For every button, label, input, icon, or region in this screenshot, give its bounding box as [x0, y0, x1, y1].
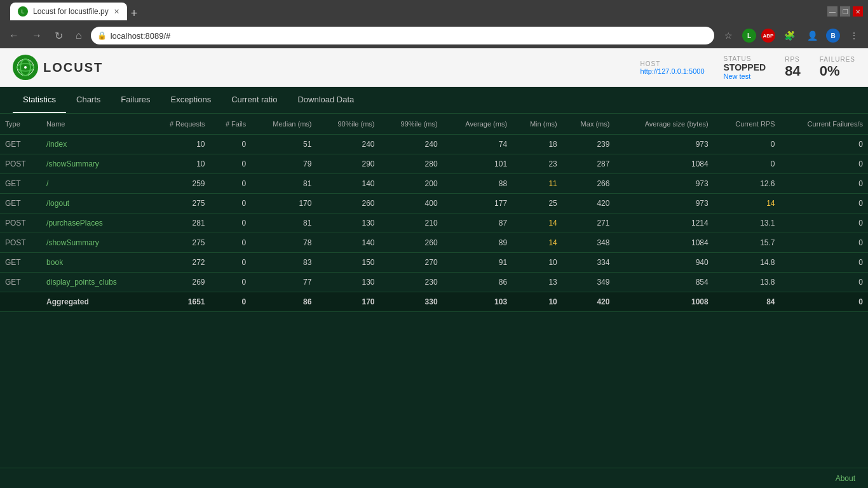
cell-p90: 130 [316, 214, 379, 233]
cell-max: 239 [562, 135, 615, 154]
cell-fails: 0 [210, 233, 252, 253]
table-row: POST /purchasePlaces 281 0 81 130 210 87… [0, 214, 868, 233]
logo-area: LOCUST [13, 55, 103, 80]
tab-statistics[interactable]: Statistics [13, 87, 66, 113]
cell-p90: 150 [316, 253, 379, 273]
cell-median: 79 [251, 154, 316, 174]
extensions-button[interactable]: 🧩 [780, 27, 798, 44]
host-stat: HOST http://127.0.0.1:5000 [641, 60, 705, 75]
cell-fails: 0 [210, 214, 252, 233]
col-rps: Current RPS [714, 114, 780, 135]
cell-p99: 200 [380, 174, 443, 194]
tab-exceptions[interactable]: Exceptions [161, 87, 222, 113]
col-min: Min (ms) [512, 114, 562, 135]
cell-average: 89 [443, 233, 512, 253]
browser-window: L Locust for locustfile.py ✕ + — ❐ ✕ ← →… [0, 0, 868, 48]
cell-rps: 14 [714, 194, 780, 214]
col-max: Max (ms) [562, 114, 615, 135]
statistics-table-container: Type Name # Requests # Fails Median (ms)… [0, 114, 868, 312]
col-p90: 90%ile (ms) [316, 114, 379, 135]
logo-text: LOCUST [43, 60, 103, 75]
menu-button[interactable]: ⋮ [845, 27, 863, 44]
cell-failures-s: 0 [780, 233, 868, 253]
cell-median: 81 [251, 174, 316, 194]
status-label: STATUS [724, 55, 752, 62]
rps-label: RPS [785, 56, 800, 63]
cell-max: 334 [562, 253, 615, 273]
agg-type [0, 292, 41, 312]
table-row: POST /showSummary 275 0 78 140 260 89 14… [0, 233, 868, 253]
browser-toolbar: ← → ↻ ⌂ 🔒 localhost:8089/# ☆ L ABP 🧩 👤 B… [0, 23, 868, 48]
app-content: LOCUST HOST http://127.0.0.1:5000 STATUS… [0, 48, 868, 488]
refresh-button[interactable]: ↻ [51, 27, 67, 44]
cell-p90: 240 [316, 135, 379, 154]
agg-min: 10 [512, 292, 562, 312]
aggregated-row: Aggregated 1651 0 86 170 330 103 10 420 … [0, 292, 868, 312]
agg-average: 103 [443, 292, 512, 312]
home-button[interactable]: ⌂ [72, 27, 86, 44]
cell-rps: 13.8 [714, 273, 780, 292]
tab-close-button[interactable]: ✕ [114, 8, 119, 16]
forward-button[interactable]: → [28, 27, 46, 44]
bookmark-button[interactable]: ☆ [719, 27, 737, 44]
tab-charts[interactable]: Charts [66, 87, 111, 113]
agg-max: 420 [562, 292, 615, 312]
cell-type: POST [0, 214, 41, 233]
address-bar[interactable]: 🔒 localhost:8089/# [91, 27, 714, 44]
status-value: STOPPED [724, 62, 766, 72]
active-tab[interactable]: L Locust for locustfile.py ✕ [10, 3, 127, 20]
nav-tabs: Statistics Charts Failures Exceptions Cu… [0, 87, 868, 114]
agg-p99: 330 [380, 292, 443, 312]
close-button[interactable]: ✕ [853, 6, 863, 17]
table-row: GET /logout 275 0 170 260 400 177 25 420… [0, 194, 868, 214]
cell-min: 18 [512, 135, 562, 154]
agg-name: Aggregated [41, 292, 149, 312]
cell-p99: 270 [380, 253, 443, 273]
col-type: Type [0, 114, 41, 135]
cell-name: /showSummary [41, 154, 149, 174]
cell-avg-size: 973 [614, 135, 713, 154]
cell-median: 78 [251, 233, 316, 253]
agg-fails: 0 [210, 292, 252, 312]
cell-p90: 130 [316, 273, 379, 292]
cell-average: 74 [443, 135, 512, 154]
cell-max: 348 [562, 233, 615, 253]
cell-p99: 260 [380, 233, 443, 253]
cell-average: 87 [443, 214, 512, 233]
cell-avg-size: 973 [614, 174, 713, 194]
cell-failures-s: 0 [780, 214, 868, 233]
cell-name: /index [41, 135, 149, 154]
tab-current-ratio[interactable]: Current ratio [221, 87, 287, 113]
profile-button[interactable]: 👤 [803, 27, 821, 44]
profile-avatar[interactable]: B [826, 29, 840, 43]
new-tab-button[interactable]: + [127, 7, 142, 20]
cell-average: 177 [443, 194, 512, 214]
cell-p99: 400 [380, 194, 443, 214]
host-value[interactable]: http://127.0.0.1:5000 [641, 67, 705, 75]
cell-avg-size: 940 [614, 253, 713, 273]
cell-min: 11 [512, 174, 562, 194]
cell-median: 77 [251, 273, 316, 292]
rps-stat: RPS 84 [785, 56, 800, 79]
extension-locust[interactable]: L [742, 29, 756, 43]
cell-max: 266 [562, 174, 615, 194]
tab-title: Locust for locustfile.py [33, 7, 109, 16]
back-button[interactable]: ← [5, 27, 23, 44]
cell-name: /purchasePlaces [41, 214, 149, 233]
minimize-button[interactable]: — [827, 6, 837, 17]
table-row: GET display_points_clubs 269 0 77 130 23… [0, 273, 868, 292]
tab-download-data[interactable]: Download Data [287, 87, 364, 113]
app-footer: About [0, 468, 868, 488]
failures-stat: FAILURES 0% [820, 56, 855, 79]
cell-requests: 281 [149, 214, 210, 233]
maximize-button[interactable]: ❐ [840, 6, 850, 17]
cell-average: 101 [443, 154, 512, 174]
cell-max: 271 [562, 214, 615, 233]
new-test-link[interactable]: New test [724, 72, 751, 80]
header-stats: HOST http://127.0.0.1:5000 STATUS STOPPE… [641, 55, 855, 80]
about-link[interactable]: About [836, 474, 855, 483]
extension-abp[interactable]: ABP [761, 29, 775, 43]
cell-fails: 0 [210, 194, 252, 214]
tab-failures[interactable]: Failures [111, 87, 160, 113]
cell-rps: 12.6 [714, 174, 780, 194]
